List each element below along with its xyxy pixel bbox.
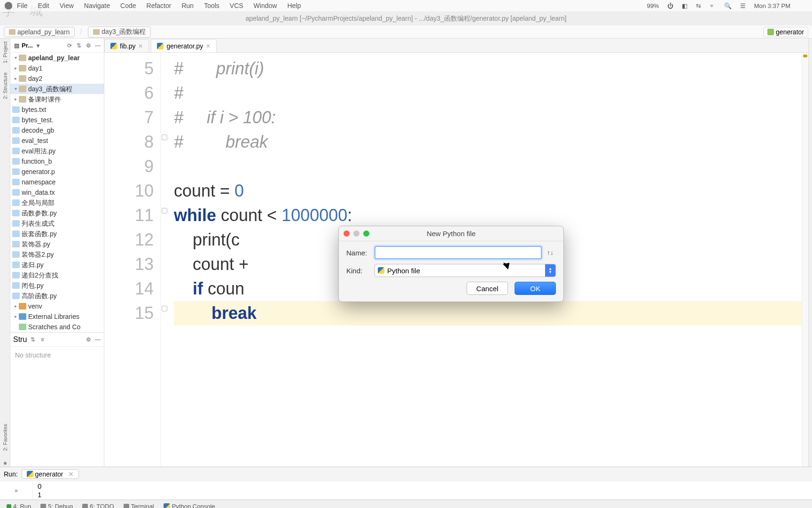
file-icon bbox=[12, 137, 20, 144]
close-icon[interactable]: ✕ bbox=[68, 470, 74, 478]
rail-project[interactable]: 1: Project bbox=[2, 41, 8, 63]
folder-icon bbox=[93, 29, 100, 35]
tab-generator[interactable]: generator.py✕ bbox=[151, 39, 217, 52]
run-label: Run: bbox=[4, 470, 18, 478]
tool-python-console[interactable]: Python Console bbox=[164, 503, 215, 508]
tab-fib[interactable]: fib.py✕ bbox=[104, 39, 149, 52]
history-updown-icon[interactable]: ↑↓ bbox=[545, 249, 556, 256]
menu-refactor[interactable]: Refactor bbox=[147, 2, 172, 9]
hide-icon[interactable]: — bbox=[94, 336, 101, 343]
python-icon bbox=[110, 43, 117, 49]
project-toolbar: ▤Pr...▾ ⟳ ⇅ ⚙ — bbox=[10, 39, 104, 53]
close-icon[interactable]: ✕ bbox=[138, 43, 143, 49]
file-icon bbox=[12, 282, 20, 289]
filter-icon[interactable]: ≡ bbox=[39, 336, 46, 343]
mouse-cursor-icon bbox=[505, 261, 511, 270]
file-icon bbox=[12, 158, 20, 165]
kind-select[interactable]: Python file ▲▼ bbox=[375, 264, 556, 277]
run-config-selector[interactable]: generator bbox=[763, 27, 808, 37]
breadcrumb-folder[interactable]: day3_函数编程 bbox=[88, 26, 151, 38]
name-label: Name: bbox=[346, 249, 375, 257]
settings-icon[interactable]: ⚙ bbox=[85, 42, 92, 49]
python-icon bbox=[767, 29, 774, 35]
ok-button[interactable]: OK bbox=[515, 282, 556, 295]
menu-vcs[interactable]: VCS bbox=[230, 2, 243, 9]
status-spotlight-icon[interactable]: 🔍 bbox=[724, 2, 732, 9]
file-icon bbox=[12, 127, 20, 134]
kind-label: Kind: bbox=[346, 267, 375, 275]
status-battery[interactable]: 99% bbox=[647, 2, 659, 9]
file-icon bbox=[12, 251, 20, 258]
cancel-button[interactable]: Cancel bbox=[467, 282, 508, 295]
hide-icon[interactable]: — bbox=[94, 42, 101, 49]
status-wifi-icon[interactable]: ᯤ bbox=[710, 2, 716, 9]
warning-marker-icon[interactable] bbox=[803, 55, 807, 57]
close-icon[interactable]: ✕ bbox=[206, 43, 211, 49]
fold-marker-icon[interactable] bbox=[162, 306, 167, 311]
menu-edit[interactable]: Edit bbox=[38, 2, 49, 9]
collapse-icon[interactable]: ⇅ bbox=[76, 42, 82, 49]
dropdown-icon[interactable]: ▲▼ bbox=[545, 264, 555, 277]
menu-tools[interactable]: Tools bbox=[204, 2, 219, 9]
error-stripe[interactable] bbox=[802, 53, 808, 467]
terminal-icon bbox=[124, 504, 129, 508]
menu-file[interactable]: File bbox=[17, 2, 28, 9]
new-python-file-dialog: New Python file Name: ↑↓ Kind: Python fi… bbox=[338, 226, 564, 302]
menu-run[interactable]: Run bbox=[181, 2, 194, 9]
menu-help[interactable]: Help bbox=[287, 2, 301, 9]
sort-icon[interactable]: ⇅ bbox=[30, 336, 36, 343]
project-icon: ▤ bbox=[13, 42, 20, 49]
structure-empty: No structure bbox=[10, 347, 104, 364]
file-icon bbox=[12, 148, 20, 154]
console-output[interactable]: 0 1 bbox=[33, 481, 812, 500]
run-controls[interactable]: » bbox=[0, 481, 33, 500]
project-tree[interactable]: ▾apeland_py_lear ▸day1 ▸day2 ▾day3_函数编程 … bbox=[10, 53, 104, 332]
file-icon bbox=[12, 220, 20, 227]
status-menu-icon[interactable]: ☰ bbox=[740, 2, 746, 9]
locate-icon[interactable]: ⟳ bbox=[66, 42, 73, 49]
status-bar: 4: Run 5: Debug 6: TODO Terminal Python … bbox=[0, 500, 812, 508]
tool-debug[interactable]: 5: Debug bbox=[40, 503, 73, 508]
rail-favorites[interactable]: 2: Favorites bbox=[2, 424, 8, 451]
file-icon bbox=[12, 168, 20, 175]
run-toolwindow-header: Run: generator✕ bbox=[0, 467, 812, 481]
apple-logo-icon bbox=[5, 2, 12, 9]
menu-navigate[interactable]: Navigate bbox=[84, 2, 110, 9]
scratch-icon bbox=[19, 324, 26, 330]
menu-view[interactable]: View bbox=[60, 2, 74, 9]
tool-run[interactable]: 4: Run bbox=[7, 503, 31, 508]
editor-tabs: fib.py✕ generator.py✕ bbox=[104, 39, 808, 53]
run-config-tab[interactable]: generator✕ bbox=[22, 469, 79, 479]
rail-dot-icon bbox=[4, 462, 7, 465]
fold-column[interactable] bbox=[161, 53, 169, 467]
status-power-icon[interactable]: ⏻ bbox=[667, 2, 673, 9]
window-close-icon[interactable] bbox=[344, 230, 350, 237]
right-gutter bbox=[808, 39, 812, 467]
name-input[interactable] bbox=[375, 246, 542, 259]
file-icon bbox=[12, 106, 20, 113]
folder-icon bbox=[19, 96, 26, 103]
gear-icon[interactable]: ⚙ bbox=[85, 336, 92, 343]
rerun-icon[interactable]: » bbox=[15, 487, 18, 494]
tool-terminal[interactable]: Terminal bbox=[124, 503, 154, 508]
file-icon bbox=[12, 262, 20, 268]
tool-todo[interactable]: 6: TODO bbox=[82, 503, 114, 508]
window-zoom-icon[interactable] bbox=[363, 230, 369, 237]
window-min-icon bbox=[353, 230, 359, 237]
dropdown-icon[interactable]: ▾ bbox=[35, 42, 41, 49]
status-display-icon[interactable]: ◧ bbox=[682, 2, 687, 9]
debug-icon bbox=[40, 504, 46, 508]
breadcrumb-root[interactable]: apeland_py_learn bbox=[4, 27, 75, 37]
file-icon bbox=[12, 230, 20, 237]
fold-marker-icon[interactable] bbox=[162, 208, 167, 214]
folder-icon bbox=[19, 75, 26, 82]
dialog-title: New Python file bbox=[339, 226, 563, 241]
menu-code[interactable]: Code bbox=[120, 2, 136, 9]
rail-structure[interactable]: 2: Structure bbox=[2, 72, 8, 99]
line-gutter: 56789101112131415 bbox=[104, 53, 161, 467]
fold-marker-icon[interactable] bbox=[162, 135, 167, 140]
folder-icon bbox=[19, 65, 26, 71]
menu-window[interactable]: Window bbox=[254, 2, 277, 9]
status-clock[interactable]: Mon 3:37 PM bbox=[754, 2, 790, 9]
status-input-icon[interactable]: ⇆ bbox=[696, 2, 701, 9]
